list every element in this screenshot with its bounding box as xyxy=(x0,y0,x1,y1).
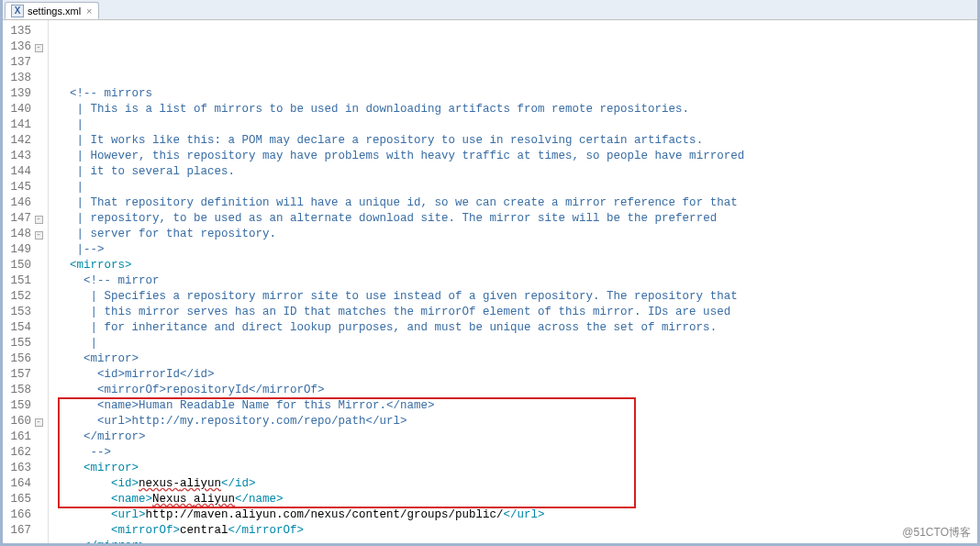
line-number: 137 xyxy=(8,55,31,71)
code-line: | this mirror serves has an ID that matc… xyxy=(56,305,977,320)
fold-marker-icon[interactable]: - xyxy=(35,44,43,52)
fold-column: ---- xyxy=(33,24,44,540)
tab-label: settings.xml xyxy=(28,6,81,17)
tab-settings-xml[interactable]: X settings.xml × xyxy=(5,2,99,19)
xml-file-icon: X xyxy=(11,5,24,17)
line-number: 147 xyxy=(8,211,31,227)
tab-bar: X settings.xml × xyxy=(3,0,977,20)
code-line: | xyxy=(56,336,977,351)
line-number: 157 xyxy=(8,367,31,383)
gutter: 1351361371381391401411421431441451461471… xyxy=(3,20,49,543)
line-number: 140 xyxy=(8,102,31,117)
line-number: 142 xyxy=(8,133,31,149)
code-line: --> xyxy=(56,445,977,461)
fold-marker-icon[interactable]: - xyxy=(35,216,43,224)
line-number: 151 xyxy=(8,273,31,289)
code-line: <mirrorOf>repositoryId</mirrorOf> xyxy=(56,383,977,398)
code-line: |--> xyxy=(56,242,977,258)
code-line: <mirror> xyxy=(56,461,977,476)
code-line xyxy=(56,71,977,86)
line-number: 146 xyxy=(8,195,31,211)
code-line: <mirrors> xyxy=(56,258,977,273)
code-line: <name>Nexus aliyun</name> xyxy=(56,492,977,507)
code-line: <!-- mirrors xyxy=(56,86,977,102)
line-number: 144 xyxy=(8,164,31,180)
line-number: 166 xyxy=(8,507,31,523)
line-number: 138 xyxy=(8,71,31,86)
line-number: 135 xyxy=(8,24,31,39)
code-line: | That repository definition will have a… xyxy=(56,195,977,211)
line-number: 143 xyxy=(8,149,31,164)
code-line: <!-- mirror xyxy=(56,273,977,289)
line-number: 141 xyxy=(8,117,31,133)
code-content[interactable]: <!-- mirrors | This is a list of mirrors… xyxy=(49,20,977,543)
line-number: 167 xyxy=(8,523,31,539)
line-number: 160 xyxy=(8,414,31,429)
line-number: 154 xyxy=(8,320,31,336)
code-line: </mirror> xyxy=(56,429,977,445)
line-number: 136 xyxy=(8,39,31,55)
code-line: | However, this repository may have prob… xyxy=(56,149,977,164)
line-number: 156 xyxy=(8,351,31,367)
line-number: 165 xyxy=(8,492,31,507)
code-line: | for inheritance and direct lookup purp… xyxy=(56,320,977,336)
code-line: | This is a list of mirrors to be used i… xyxy=(56,102,977,117)
line-number: 155 xyxy=(8,336,31,351)
line-number: 149 xyxy=(8,242,31,258)
line-number: 152 xyxy=(8,289,31,305)
line-number: 162 xyxy=(8,445,31,461)
line-number: 139 xyxy=(8,86,31,102)
code-line: <url>http://maven.aliyun.com/nexus/conte… xyxy=(56,507,977,523)
code-line: <name>Human Readable Name for this Mirro… xyxy=(56,398,977,414)
code-line: | xyxy=(56,180,977,195)
line-number: 161 xyxy=(8,429,31,445)
code-line: | repository, to be used as an alternate… xyxy=(56,211,977,227)
close-icon[interactable]: × xyxy=(86,6,92,17)
code-line: | it to several places. xyxy=(56,164,977,180)
code-line: <mirror> xyxy=(56,351,977,367)
line-number: 163 xyxy=(8,461,31,476)
line-numbers: 1351361371381391401411421431441451461471… xyxy=(8,24,31,540)
code-line: <mirrorOf>central</mirrorOf> xyxy=(56,523,977,539)
line-number: 150 xyxy=(8,258,31,273)
line-number: 164 xyxy=(8,476,31,492)
code-line: <id>nexus-aliyun</id> xyxy=(56,476,977,492)
watermark: @51CTO博客 xyxy=(902,525,971,540)
line-number: 145 xyxy=(8,180,31,195)
line-number: 158 xyxy=(8,383,31,398)
code-line: | It works like this: a POM may declare … xyxy=(56,133,977,149)
code-line: | Specifies a repository mirror site to … xyxy=(56,289,977,305)
line-number: 148 xyxy=(8,227,31,242)
code-line: <id>mirrorId</id> xyxy=(56,367,977,383)
line-number: 153 xyxy=(8,305,31,320)
code-line: <url>http://my.repository.com/repo/path<… xyxy=(56,414,977,429)
fold-marker-icon[interactable]: - xyxy=(35,231,43,240)
code-line: </mirror> xyxy=(56,539,977,543)
editor-area[interactable]: 1351361371381391401411421431441451461471… xyxy=(3,20,977,543)
line-number: 159 xyxy=(8,398,31,414)
code-line: | xyxy=(56,117,977,133)
editor-window: X settings.xml × 13513613713813914014114… xyxy=(0,0,980,546)
code-line: | server for that repository. xyxy=(56,227,977,242)
fold-marker-icon[interactable]: - xyxy=(35,418,43,427)
